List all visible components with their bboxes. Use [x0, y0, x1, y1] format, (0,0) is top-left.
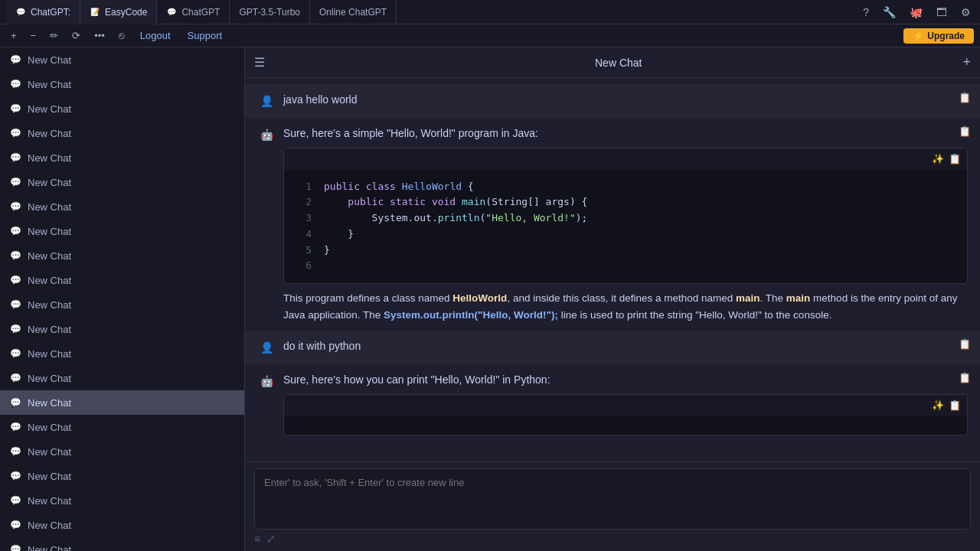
user-message-2-content: do it with python	[283, 338, 968, 354]
sidebar-item-3[interactable]: 💬New Chat	[0, 121, 244, 145]
sidebar-item-label-13: New Chat	[28, 373, 71, 384]
sidebar-item-19[interactable]: 💬New Chat	[0, 513, 244, 537]
reload-btn[interactable]: ⟳	[67, 28, 85, 43]
sidebar-item-20[interactable]: 💬New Chat	[0, 537, 244, 551]
sidebar-item-label-8: New Chat	[28, 250, 71, 262]
sidebar-item-16[interactable]: 💬New Chat	[0, 439, 244, 464]
chat-icon-15: 💬	[9, 421, 21, 433]
message-assistant-1: 🤖 Sure, here's a simple "Hello, World!" …	[245, 118, 980, 331]
chat-icon-16: 💬	[9, 445, 21, 458]
chat-title: New Chat	[274, 57, 962, 69]
chat-icon-20: 💬	[9, 543, 21, 551]
tab-gpt35-text: GPT-3.5-Turbo	[239, 7, 300, 18]
easycode-tab-icon: 📝	[90, 7, 100, 18]
sidebar-item-7[interactable]: 💬New Chat	[0, 219, 244, 243]
edit-btn[interactable]: ✏	[45, 28, 63, 43]
sidebar-item-10[interactable]: 💬New Chat	[0, 292, 244, 317]
second-bar: + − ✏ ⟳ ••• ⎋ Logout Support ⚡ Upgrade	[0, 24, 980, 47]
sidebar-item-label-16: New Chat	[28, 446, 71, 458]
sidebar-item-9[interactable]: 💬New Chat	[0, 268, 244, 292]
copy-icon-1[interactable]: 📋	[959, 92, 971, 103]
upgrade-button[interactable]: ⚡ Upgrade	[903, 28, 974, 44]
chat-icon-7: 💬	[9, 225, 21, 237]
tab-gpt35[interactable]: GPT-3.5-Turbo	[230, 0, 310, 24]
wrench-icon[interactable]: 🔧	[880, 5, 899, 20]
sidebar-item-label-10: New Chat	[28, 299, 71, 311]
sidebar-item-11[interactable]: 💬New Chat	[0, 317, 244, 341]
sidebar-item-4[interactable]: 💬New Chat	[0, 145, 244, 170]
copy-icon-3[interactable]: 📋	[959, 338, 971, 350]
chat-icon-5: 💬	[9, 176, 21, 188]
settings-icon[interactable]: ⚙	[958, 5, 974, 20]
sidebar-item-18[interactable]: 💬New Chat	[0, 488, 244, 513]
sidebar-item-6[interactable]: 💬New Chat	[0, 194, 244, 219]
sidebar-item-label-17: New Chat	[28, 471, 71, 482]
user-avatar-1: 👤	[257, 92, 276, 110]
top-right-icons: ? 🔧 🐙 🗔 ⚙	[860, 5, 974, 20]
code-block-python: ✨ 📋	[283, 394, 968, 435]
sidebar-item-2[interactable]: 💬New Chat	[0, 96, 244, 121]
copy-code-icon-1[interactable]: 📋	[949, 152, 961, 167]
new-tab-btn[interactable]: +	[6, 28, 21, 43]
help-icon[interactable]: ?	[860, 5, 872, 20]
sidebar-item-15[interactable]: 💬New Chat	[0, 415, 244, 439]
sidebar-item-label-18: New Chat	[28, 495, 71, 507]
tab-chatgpt2[interactable]: 💬 ChatGPT	[157, 0, 230, 24]
sidebar-item-0[interactable]: 💬New Chat	[0, 47, 244, 72]
sidebar-item-label-9: New Chat	[28, 275, 71, 286]
assistant-avatar-1: 🤖	[257, 126, 276, 144]
chat-icon-4: 💬	[9, 152, 21, 164]
sidebar-item-13[interactable]: 💬New Chat	[0, 366, 244, 390]
sidebar-item-14[interactable]: 💬New Chat	[0, 390, 244, 415]
escape-btn[interactable]: ⎋	[114, 28, 129, 43]
expand-icon[interactable]: ⤢	[266, 533, 276, 545]
sidebar: 💬New Chat💬New Chat💬New Chat💬New Chat💬New…	[0, 47, 245, 551]
sidebar-item-17[interactable]: 💬New Chat	[0, 464, 244, 488]
sidebar-item-1[interactable]: 💬New Chat	[0, 72, 244, 96]
github-icon[interactable]: 🐙	[906, 5, 926, 20]
more-btn[interactable]: •••	[90, 28, 109, 43]
window-icon[interactable]: 🗔	[933, 5, 950, 20]
sidebar-item-12[interactable]: 💬New Chat	[0, 341, 244, 366]
sidebar-item-label-6: New Chat	[28, 201, 71, 213]
wand-icon[interactable]: ✨	[932, 152, 944, 167]
close-tab-btn[interactable]: −	[26, 28, 41, 43]
user-message-1-content: java hello world	[283, 92, 968, 108]
sidebar-item-8[interactable]: 💬New Chat	[0, 243, 244, 268]
sidebar-item-label-14: New Chat	[28, 397, 71, 409]
list-icon[interactable]: ≡	[254, 533, 260, 545]
chat-icon-13: 💬	[9, 372, 21, 384]
sidebar-item-label-7: New Chat	[28, 226, 71, 237]
wand-icon-2[interactable]: ✨	[932, 398, 944, 413]
sidebar-item-5[interactable]: 💬New Chat	[0, 170, 244, 194]
chat-icon-1: 💬	[9, 78, 21, 90]
code-block-java: ✨ 📋 1 public class HelloWorld { 2 public…	[283, 148, 968, 284]
code-lines-java: 1 public class HelloWorld { 2 public sta…	[284, 170, 967, 284]
tab-chatgpt2-text: ChatGPT	[181, 7, 220, 18]
sidebar-item-label-1: New Chat	[28, 79, 71, 90]
upgrade-label: Upgrade	[927, 31, 965, 41]
code-line-4: 4 }	[284, 227, 967, 243]
chat-bottom-icons: ≡ ⤢	[254, 533, 276, 545]
code-line-6: 6	[284, 258, 967, 274]
copy-icon-2[interactable]: 📋	[959, 126, 971, 137]
assistant-message-1-content: Sure, here's a simple "Hello, World!" pr…	[283, 126, 968, 323]
new-chat-plus-icon[interactable]: +	[962, 54, 971, 70]
sidebar-item-label-11: New Chat	[28, 324, 71, 335]
chat-area: ☰ New Chat + 👤 java hello world 📋 🤖 Sure…	[245, 47, 980, 551]
copy-icon-4[interactable]: 📋	[959, 372, 971, 383]
support-link[interactable]: Support	[181, 28, 229, 43]
main-layout: 💬New Chat💬New Chat💬New Chat💬New Chat💬New…	[0, 47, 980, 551]
chat-icon-19: 💬	[9, 519, 21, 531]
tab-easycode[interactable]: 📝 EasyCode	[80, 0, 157, 24]
copy-code-icon-2[interactable]: 📋	[949, 398, 961, 413]
menu-icon[interactable]: ☰	[254, 55, 265, 70]
tab-online[interactable]: Online ChatGPT	[310, 0, 397, 24]
tab-chatgpt-label[interactable]: 💬 ChatGPT:	[6, 0, 80, 24]
code-toolbar-1: ✨ 📋	[284, 148, 967, 170]
chat-input[interactable]	[264, 475, 961, 520]
logout-link[interactable]: Logout	[134, 28, 177, 43]
assistant-avatar-2: 🤖	[257, 372, 276, 390]
chatgpt-tab-icon: 💬	[15, 7, 26, 18]
chat-icon-6: 💬	[9, 201, 21, 213]
